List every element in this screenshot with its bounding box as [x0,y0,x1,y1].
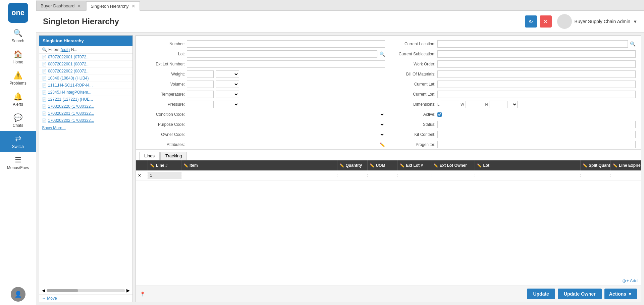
grid-cell-line-expired[interactable] [611,174,641,177]
add-icon: ⊕ [622,278,626,284]
sidebar-item-menus[interactable]: ☰ Menus/Favs [0,152,36,173]
close-tab-singleton-hierarchy[interactable]: ✕ [131,3,136,9]
grid-cell-split-quantity[interactable] [581,174,611,177]
grid-cell-line-no[interactable]: 1 [148,172,181,179]
current-sublocation-input[interactable] [437,50,636,58]
move-link[interactable]: → Move [42,296,57,301]
update-button[interactable]: Update [527,289,555,299]
temperature-value-input[interactable] [187,91,214,98]
hierarchy-item[interactable]: 📄 12345.H4IntegPOItem... [39,89,132,96]
grid-cell-item[interactable] [181,174,337,177]
temperature-unit-select[interactable] [216,91,239,98]
file-icon: 📄 [42,76,47,81]
hierarchy-item[interactable]: 📄 08072022002 (08072... [39,68,132,75]
status-input[interactable] [437,121,636,128]
sidebar-item-problems[interactable]: ⚠️ Problems [0,68,36,89]
form-row-current-lon: Current Lon: [392,90,636,99]
condition-code-select[interactable] [187,111,385,118]
sidebar-item-search[interactable]: 🔍 Search [0,26,36,47]
volume-unit-select[interactable] [216,81,239,88]
hierarchy-item[interactable]: 📄 127221 (127221) (HUE... [39,96,132,103]
hierarchy-item[interactable]: 📄 1703202202 (17030322... [39,117,132,124]
inner-tabs: Lines Tracking [136,150,641,160]
refresh-button[interactable]: ↻ [525,15,537,28]
file-icon: 📄 [42,62,47,66]
kit-content-input[interactable] [437,131,636,138]
hierarchy-item[interactable]: 📄 1111.H4-SC11-ROP-I4... [39,82,132,89]
hierarchy-item[interactable]: 📄 08072022001 (08072... [39,61,132,68]
dimensions-l-input[interactable] [441,101,459,108]
attributes-edit-icon[interactable]: ✏️ [380,142,385,147]
current-lat-input[interactable] [437,81,636,88]
weight-unit-select[interactable] [216,70,239,78]
current-lon-input[interactable] [437,91,636,98]
bottom-bar: 📍 Update Update Owner Actions ▼ [136,286,641,302]
hierarchy-item[interactable]: 📄 1703202201 (17030322... [39,110,132,117]
tab-lines[interactable]: Lines [139,152,160,160]
current-location-input[interactable] [437,40,628,48]
header-actions: ↻ ✕ [525,15,552,28]
actions-button[interactable]: Actions ▼ [604,289,637,299]
active-checkbox[interactable] [437,112,442,117]
scroll-right-icon[interactable]: ▶ [126,288,130,293]
tab-buyer-dashboard[interactable]: Buyer Dashboard ✕ [36,1,86,10]
grid-cell-ext-lot-no[interactable] [398,174,431,177]
filter-edit-link[interactable]: (edit) [61,47,70,52]
bill-of-materials-input[interactable] [437,70,636,78]
update-owner-button[interactable]: Update Owner [558,289,602,299]
grid-cell-quantity[interactable] [337,174,368,177]
app-logo[interactable]: one [8,3,28,23]
volume-value-input[interactable] [187,81,214,88]
lot-search-icon[interactable]: 🔍 [379,51,385,57]
work-order-label: Work Order: [392,62,435,66]
grid-cell-ext-lot-owner[interactable] [431,174,475,177]
hierarchy-item[interactable]: 📄 1703202220 (17030322... [39,103,132,110]
scroll-bar[interactable] [47,289,125,292]
edit-icon: ✏️ [477,163,482,168]
form-left-column: Number: Lot: 🔍 Ext Lot Number: Weight: [141,40,385,150]
sidebar-item-home[interactable]: 🏠 Home [0,47,36,68]
sidebar-item-chats[interactable]: 💬 Chats [0,110,36,131]
attributes-input[interactable] [187,141,377,148]
grid-body: ✕ 1 [136,170,641,276]
hierarchy-item[interactable]: 📄 10840 (10840) (HUB4) [39,75,132,82]
ext-lot-number-input[interactable] [187,60,385,68]
add-link[interactable]: + Add [626,278,638,284]
current-location-search-icon[interactable]: 🔍 [630,41,636,47]
sidebar-item-alerts[interactable]: 🔔 Alerts [0,89,36,110]
hierarchy-item[interactable]: 📄 07072022001 (07072... [39,54,132,61]
scroll-left-icon[interactable]: ◀ [42,288,45,293]
avatar[interactable]: 👤 [11,287,25,302]
pressure-unit-select[interactable] [216,101,239,108]
grid-cell-lot[interactable] [475,174,581,177]
owner-code-label: Owner Code: [141,132,185,137]
number-input[interactable] [187,40,385,48]
pressure-value-input[interactable] [187,101,214,108]
dimensions-w-input[interactable] [466,101,484,108]
close-page-button[interactable]: ✕ [540,15,552,28]
dimensions-unit-select[interactable] [509,101,518,108]
location-pin-icon: 📍 [140,292,145,297]
work-order-input[interactable] [437,60,636,68]
progenitor-input[interactable] [437,141,636,148]
owner-code-select[interactable] [187,131,385,138]
purpose-code-select[interactable] [187,121,385,128]
close-tab-buyer-dashboard[interactable]: ✕ [77,3,81,9]
table-row[interactable]: ✕ 1 [136,170,641,181]
edit-icon: ✏️ [370,163,374,168]
grid-cell-uom[interactable] [368,174,398,177]
menu-icon: ☰ [15,156,21,164]
dimensions-h-input[interactable] [489,101,507,108]
grid-cell-delete[interactable]: ✕ [136,172,148,179]
warning-icon: ⚠️ [13,71,22,80]
edit-icon: ✏️ [183,163,188,168]
lot-input[interactable] [187,50,377,58]
show-more-link[interactable]: Show More... [39,124,132,132]
weight-value-input[interactable] [187,70,214,78]
tab-tracking[interactable]: Tracking [160,152,187,160]
sidebar-item-switch[interactable]: ⇄ Switch [0,131,36,152]
home-icon: 🏠 [13,50,22,59]
tab-singleton-hierarchy[interactable]: Singleton Hierarchy ✕ [86,1,140,11]
bottom-left: 📍 [140,292,145,297]
user-dropdown-icon[interactable]: ▼ [633,19,637,24]
